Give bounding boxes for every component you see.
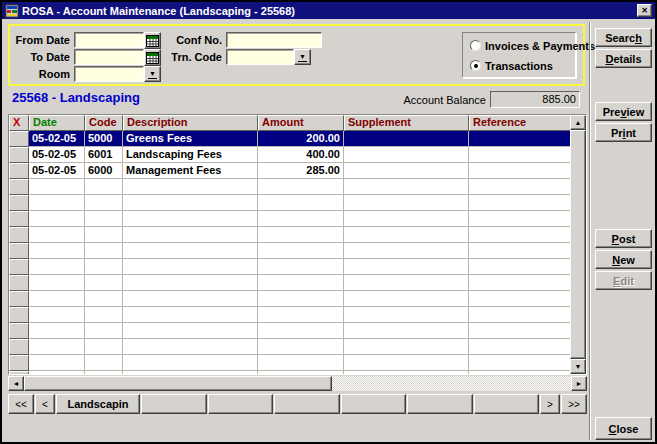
table-row — [9, 275, 572, 291]
tab-next-button[interactable]: > — [540, 394, 560, 414]
cell-reference — [469, 195, 572, 211]
row-selector[interactable] — [9, 147, 29, 163]
cell-code[interactable]: 6001 — [85, 147, 123, 163]
row-selector — [9, 275, 29, 291]
cell-amount — [258, 339, 344, 355]
cell-date[interactable]: 05-02-05 — [29, 131, 85, 147]
post-button[interactable]: Post — [595, 229, 652, 248]
tab-prev-button[interactable]: < — [35, 394, 55, 414]
cell-supplement — [344, 211, 469, 227]
cell-amount — [258, 243, 344, 259]
to-date-calendar-button[interactable] — [144, 49, 161, 66]
cell-description[interactable]: Greens Fees — [123, 131, 258, 147]
cell-description — [123, 355, 258, 371]
cell-code[interactable]: 5000 — [85, 131, 123, 147]
cell-supplement[interactable] — [344, 131, 469, 147]
radio-selected-icon — [470, 60, 481, 71]
tab-empty[interactable] — [341, 394, 407, 414]
cell-date[interactable]: 05-02-05 — [29, 163, 85, 179]
cell-code — [85, 227, 123, 243]
room-label: Room — [12, 67, 70, 82]
row-selector[interactable] — [9, 163, 29, 179]
new-button[interactable]: New — [595, 250, 652, 269]
tab-empty[interactable] — [474, 394, 540, 414]
cell-reference[interactable] — [469, 131, 572, 147]
tab-empty[interactable] — [274, 394, 340, 414]
radio-unselected-icon — [470, 40, 481, 51]
cell-code — [85, 355, 123, 371]
room-input[interactable] — [74, 66, 144, 82]
scroll-left-button[interactable]: ◄ — [8, 376, 24, 391]
cell-reference — [469, 227, 572, 243]
cell-date — [29, 179, 85, 195]
cell-amount — [258, 371, 344, 375]
horizontal-scroll-thumb[interactable] — [24, 376, 332, 391]
row-selector — [9, 291, 29, 307]
radio-transactions[interactable]: Transactions — [470, 59, 553, 72]
cell-date[interactable]: 05-02-05 — [29, 147, 85, 163]
cell-amount[interactable]: 200.00 — [258, 131, 344, 147]
cell-amount — [258, 291, 344, 307]
table-row — [9, 227, 572, 243]
cell-reference[interactable] — [469, 163, 572, 179]
tab-first-button[interactable]: << — [8, 394, 34, 414]
horizontal-scrollbar[interactable]: ◄ ► — [8, 376, 587, 391]
cell-amount[interactable]: 285.00 — [258, 163, 344, 179]
cell-supplement — [344, 355, 469, 371]
cell-code — [85, 307, 123, 323]
vertical-scroll-thumb[interactable] — [570, 130, 586, 359]
table-row[interactable]: 05-02-055000Greens Fees200.00 — [9, 131, 572, 147]
trn-code-input[interactable] — [226, 49, 294, 65]
cell-description — [123, 275, 258, 291]
conf-no-input[interactable] — [226, 32, 322, 48]
cell-date — [29, 307, 85, 323]
account-title: 25568 - Landscaping — [12, 90, 140, 105]
row-selector[interactable] — [9, 131, 29, 147]
print-button[interactable]: Print — [595, 123, 652, 142]
trn-code-dropdown-button[interactable]: ▼ — [294, 49, 311, 65]
cell-supplement[interactable] — [344, 163, 469, 179]
tab-empty[interactable] — [141, 394, 207, 414]
cell-description[interactable]: Landscaping Fees — [123, 147, 258, 163]
window-close-button[interactable]: ✕ — [637, 4, 652, 17]
vertical-scrollbar[interactable]: ▲ ▼ — [570, 115, 586, 374]
cell-description — [123, 179, 258, 195]
to-date-input[interactable] — [74, 49, 144, 65]
cell-supplement — [344, 275, 469, 291]
cell-amount[interactable]: 400.00 — [258, 147, 344, 163]
table-row — [9, 259, 572, 275]
scroll-down-button[interactable]: ▼ — [570, 359, 586, 374]
table-row[interactable]: 05-02-056001Landscaping Fees400.00 — [9, 147, 572, 163]
cell-supplement — [344, 291, 469, 307]
cell-code — [85, 275, 123, 291]
cell-description[interactable]: Management Fees — [123, 163, 258, 179]
room-dropdown-button[interactable]: ▼ — [144, 66, 161, 82]
tab-landscaping[interactable]: Landscapin — [56, 394, 140, 414]
radio-label: Transactions — [485, 60, 553, 72]
cell-reference[interactable] — [469, 147, 572, 163]
dropdown-arrow-icon: ▼ — [298, 53, 307, 62]
cell-code[interactable]: 6000 — [85, 163, 123, 179]
cell-description — [123, 307, 258, 323]
cell-amount — [258, 179, 344, 195]
table-body: 05-02-055000Greens Fees200.0005-02-05600… — [9, 131, 586, 375]
table-row[interactable]: 05-02-056000Management Fees285.00 — [9, 163, 572, 179]
from-date-input[interactable] — [74, 32, 144, 48]
scroll-right-button[interactable]: ► — [571, 376, 587, 391]
cell-reference — [469, 355, 572, 371]
scroll-left-icon: ◄ — [13, 380, 20, 387]
tab-empty[interactable] — [208, 394, 274, 414]
scroll-up-button[interactable]: ▲ — [570, 115, 586, 130]
table-row — [9, 179, 572, 195]
tab-empty[interactable] — [407, 394, 473, 414]
tab-last-button[interactable]: >> — [561, 394, 587, 414]
from-date-calendar-button[interactable] — [144, 32, 161, 49]
search-button[interactable]: Search — [595, 28, 652, 47]
preview-button[interactable]: Preview — [595, 102, 652, 121]
details-button[interactable]: Details — [595, 49, 652, 68]
cell-supplement[interactable] — [344, 147, 469, 163]
radio-invoices-payments[interactable]: Invoices & Payments — [470, 39, 595, 52]
cell-description — [123, 371, 258, 375]
close-button[interactable]: Close — [595, 417, 652, 440]
cell-description — [123, 339, 258, 355]
